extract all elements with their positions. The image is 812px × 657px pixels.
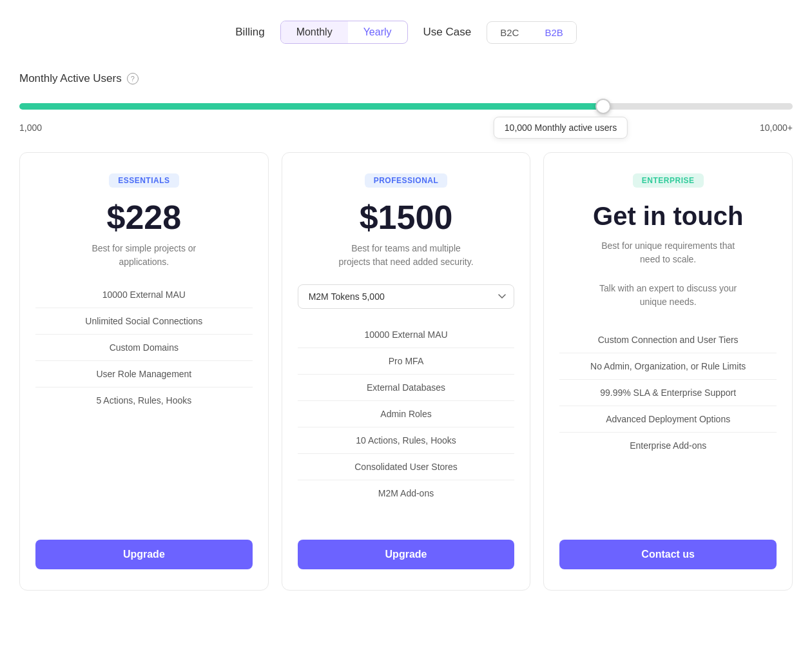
feature-item: 10000 External MAU: [298, 324, 515, 345]
feature-divider: [298, 453, 515, 454]
mau-label-text: Monthly Active Users: [19, 72, 122, 85]
slider-labels: 1,000 10,000 Monthly active users 10,000…: [19, 123, 793, 133]
help-icon[interactable]: ?: [127, 73, 139, 84]
feature-item: Pro MFA: [298, 351, 515, 371]
use-case-label: Use Case: [423, 26, 472, 39]
yearly-toggle[interactable]: Yearly: [348, 21, 407, 43]
feature-item: M2M Add-ons: [298, 483, 515, 504]
feature-divider: [35, 308, 253, 308]
feature-item: Consolidated User Stores: [298, 456, 515, 477]
feature-divider: [559, 353, 777, 353]
plan-talk-enterprise: Talk with an expert to discuss your uniq…: [591, 282, 746, 309]
plan-price-enterprise: Get in touch: [593, 201, 743, 231]
plan-description-essentials: Best for simple projects or applications…: [73, 242, 215, 269]
feature-divider: [35, 334, 253, 335]
features-list-essentials: 10000 External MAUUnlimited Social Conne…: [35, 284, 253, 519]
slider-value-box: 10,000 Monthly active users: [494, 117, 628, 139]
plan-badge-enterprise: ENTERPRISE: [633, 173, 704, 188]
feature-divider: [35, 360, 253, 361]
mau-section: Monthly Active Users ? 1,000 10,000 Mont…: [19, 72, 793, 133]
monthly-toggle[interactable]: Monthly: [281, 21, 348, 43]
feature-item: Admin Roles: [298, 404, 515, 424]
feature-divider: [559, 432, 777, 433]
billing-label: Billing: [235, 26, 264, 39]
feature-item: User Role Management: [35, 364, 253, 384]
cta-button-professional[interactable]: Upgrade: [298, 540, 515, 569]
plan-badge-professional: PROFESSIONAL: [365, 173, 448, 188]
plan-badge-essentials: ESSENTIALS: [109, 173, 179, 188]
feature-divider: [559, 379, 777, 380]
plan-price-professional: $1500: [360, 201, 453, 234]
slider-max-label: 10,000+: [760, 123, 793, 133]
feature-item: 10 Actions, Rules, Hooks: [298, 430, 515, 451]
m2m-select-professional[interactable]: M2M Tokens 5,000 M2M Tokens 10,000 M2M T…: [298, 284, 515, 309]
feature-divider: [559, 406, 777, 406]
plan-card-professional: PROFESSIONAL $1500Best for teams and mul…: [282, 152, 531, 591]
mau-label-row: Monthly Active Users ?: [19, 72, 793, 85]
feature-item: No Admin, Organization, or Rule Limits: [559, 356, 777, 377]
plan-card-enterprise: ENTERPRISE Get in touchBest for unique r…: [543, 152, 793, 591]
mau-slider[interactable]: [19, 103, 793, 110]
features-list-professional: 10000 External MAUPro MFAExternal Databa…: [298, 324, 515, 519]
plan-description-enterprise: Best for unique requirements that need t…: [597, 239, 739, 266]
use-case-group: B2C B2B: [487, 21, 577, 44]
plan-description-professional: Best for teams and multiple projects tha…: [335, 242, 477, 269]
plan-price-essentials: $228: [106, 201, 181, 234]
b2b-button[interactable]: B2B: [532, 22, 575, 43]
b2c-button[interactable]: B2C: [487, 22, 532, 43]
feature-item: External Databases: [298, 377, 515, 398]
feature-divider: [298, 400, 515, 401]
feature-item: 5 Actions, Rules, Hooks: [35, 390, 253, 411]
feature-divider: [35, 387, 253, 387]
plan-card-essentials: ESSENTIALS $228Best for simple projects …: [19, 152, 269, 591]
feature-item: Custom Domains: [35, 337, 253, 358]
feature-divider: [298, 427, 515, 427]
slider-min-label: 1,000: [19, 123, 42, 133]
feature-divider: [298, 374, 515, 375]
feature-divider: [298, 348, 515, 348]
billing-toggle-group: Monthly Yearly: [280, 21, 408, 44]
feature-item: Custom Connection and User Tiers: [559, 329, 777, 350]
feature-item: 10000 External MAU: [35, 284, 253, 305]
feature-item: Enterprise Add-ons: [559, 435, 777, 456]
header-controls: Billing Monthly Yearly Use Case B2C B2B: [19, 13, 793, 52]
pricing-cards: ESSENTIALS $228Best for simple projects …: [19, 152, 793, 591]
feature-item: Unlimited Social Connections: [35, 311, 253, 331]
cta-button-enterprise[interactable]: Contact us: [559, 540, 777, 569]
features-list-enterprise: Custom Connection and User TiersNo Admin…: [559, 329, 777, 519]
feature-item: Advanced Deployment Options: [559, 409, 777, 429]
feature-divider: [298, 480, 515, 480]
slider-container: [19, 101, 793, 112]
feature-item: 99.99% SLA & Enterprise Support: [559, 382, 777, 403]
cta-button-essentials[interactable]: Upgrade: [35, 540, 253, 569]
